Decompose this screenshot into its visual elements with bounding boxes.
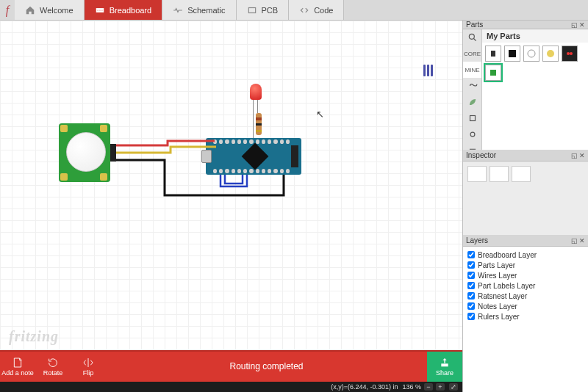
panel-title-label: Parts [466,21,483,29]
layer-checkbox[interactable] [467,292,475,300]
add-note-button[interactable]: Add a note [0,351,35,382]
bin-core[interactable]: CORE [463,46,481,62]
infinity-icon [467,81,478,91]
layer-item[interactable]: Parts Layer [467,260,584,270]
svg-point-8 [470,132,475,137]
panel-title-layers[interactable]: Layers ◱ ✕ [463,235,588,247]
flip-icon [82,357,94,369]
zoom-in-button[interactable]: + [436,383,445,391]
tool-label: Add a note [1,369,34,377]
inspector-slot[interactable] [512,166,531,182]
undock-icon[interactable]: ◱ [571,237,578,244]
tab-label: Welcome [40,6,74,15]
part-thumb[interactable] [542,46,559,62]
tab-breadboard[interactable]: Breadboard [85,0,163,20]
layer-checkbox[interactable] [467,272,475,279]
rotate-button[interactable]: Rotate [35,351,71,382]
svg-point-15 [570,52,573,55]
tab-label: Breadboard [110,6,152,15]
bin-search[interactable] [463,29,481,46]
svg-rect-4 [248,7,255,12]
mouse-cursor-icon: ↖ [316,109,324,120]
bin-generic-2[interactable] [463,126,481,142]
svg-rect-5 [441,363,448,366]
svg-point-3 [101,10,102,10]
layer-checkbox[interactable] [467,251,475,258]
undock-icon[interactable]: ◱ [571,152,578,159]
part-thumb[interactable] [523,46,539,62]
tab-schematic[interactable]: Schematic [162,0,236,20]
share-icon [439,357,451,369]
bin-generic-1[interactable] [463,110,481,126]
close-icon[interactable]: ✕ [579,152,585,159]
close-icon[interactable]: ✕ [579,237,585,244]
close-icon[interactable]: ✕ [579,21,585,29]
breadboard-canvas[interactable]: ↖ fritzing [0,21,462,351]
layer-item[interactable]: Ratsnest Layer [467,291,584,301]
undock-icon[interactable]: ◱ [571,21,578,29]
svg-point-1 [97,10,98,10]
panel-title-label: Inspector [466,151,496,159]
layer-item[interactable]: Breadboard Layer [467,250,584,260]
note-icon [12,357,24,369]
fit-view-button[interactable]: ⤢ [449,383,458,391]
bin-mine[interactable]: MINE [463,62,481,78]
part-thumb[interactable] [504,46,520,62]
tab-label: Schematic [187,6,225,15]
share-button[interactable]: Share [427,351,462,382]
tab-welcome[interactable]: Welcome [15,0,85,20]
tool-label: Rotate [43,369,63,377]
svg-point-12 [528,50,535,57]
bin-arduino[interactable] [463,78,481,94]
layer-checkbox[interactable] [467,282,475,289]
tab-code[interactable]: Code [289,0,344,20]
layer-item[interactable]: Part Labels Layer [467,280,584,291]
inspector-slot[interactable] [490,166,509,182]
coords-readout: (x,y)=(6.244, -0.301) in [331,383,398,391]
svg-point-6 [469,34,474,39]
layer-checkbox[interactable] [467,261,475,269]
status-bar: (x,y)=(6.244, -0.301) in 136 % − + ⤢ [0,382,462,392]
parts-grid [482,43,588,159]
panel-title-inspector[interactable]: Inspector ◱ ✕ [463,150,588,161]
part-thumb[interactable] [562,46,578,62]
layer-item[interactable]: Wires Layer [467,270,584,280]
code-icon [299,5,309,15]
svg-rect-10 [491,51,495,57]
parts-bin-title: My Parts [482,29,588,43]
breadboard-icon [95,5,105,15]
bottom-toolbar: Add a note Rotate Flip Routing completed… [0,351,462,382]
tab-pcb[interactable]: PCB [237,0,290,20]
layer-checkbox[interactable] [467,313,475,320]
flip-button[interactable]: Flip [71,351,106,382]
part-thumb[interactable] [485,46,501,62]
chip-icon [467,113,478,123]
layer-item[interactable]: Notes Layer [467,301,584,311]
svg-point-13 [547,50,554,57]
layer-item[interactable]: Rulers Layer [467,311,584,322]
watermark: fritzing [9,328,59,345]
layer-label: Parts Layer [478,261,515,269]
layer-label: Wires Layer [478,272,517,280]
layer-checkbox[interactable] [467,302,475,310]
search-icon [467,32,478,43]
layer-label: Ratsnest Layer [478,292,527,300]
panel-title-label: Layers [466,236,488,244]
leaf-icon [467,97,478,107]
panel-title-parts[interactable]: Parts ◱ ✕ [463,21,588,29]
inspector-slot[interactable] [467,166,487,182]
zoom-out-button[interactable]: − [424,383,433,391]
wires-overlay [0,21,462,351]
view-tabs: f Welcome Breadboard Schematic PCB Code [0,0,588,21]
bin-seeed[interactable] [463,94,481,110]
tab-label: Code [314,6,333,15]
connector-icon [467,129,478,139]
layers-panel: Layers ◱ ✕ Breadboard LayerParts LayerWi… [463,235,588,392]
rotate-icon [47,357,59,369]
zoom-readout: 136 % [402,383,421,391]
layer-label: Rulers Layer [478,313,520,321]
svg-point-14 [567,52,570,55]
part-thumb-selected[interactable] [485,65,501,81]
svg-rect-16 [490,70,496,76]
layers-list: Breadboard LayerParts LayerWires LayerPa… [463,247,588,392]
